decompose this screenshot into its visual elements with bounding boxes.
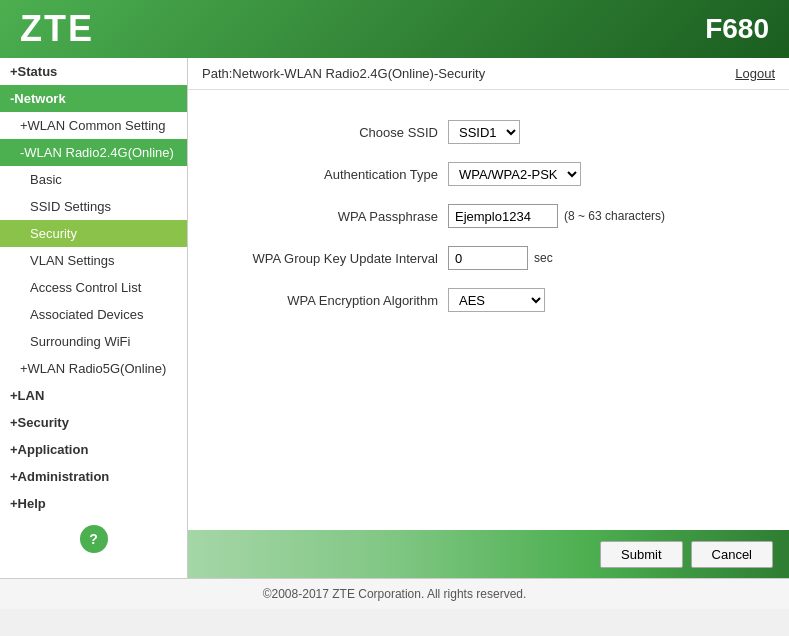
copyright-text: ©2008-2017 ZTE Corporation. All rights r… [263, 587, 527, 601]
sidebar-item-access-control[interactable]: Access Control List [0, 274, 187, 301]
passphrase-input[interactable] [448, 204, 558, 228]
help-button[interactable]: ? [80, 525, 108, 553]
choose-ssid-control: SSID1 SSID2 SSID3 SSID4 [448, 120, 520, 144]
choose-ssid-row: Choose SSID SSID1 SSID2 SSID3 SSID4 [208, 120, 769, 144]
main-content: Path:Network-WLAN Radio2.4G(Online)-Secu… [188, 58, 789, 578]
choose-ssid-select[interactable]: SSID1 SSID2 SSID3 SSID4 [448, 120, 520, 144]
auth-type-control: WPA/WPA2-PSK WPA-PSK WPA2-PSK Open WEP [448, 162, 581, 186]
passphrase-row: WPA Passphrase (8 ~ 63 characters) [208, 204, 769, 228]
encryption-label: WPA Encryption Algorithm [208, 293, 448, 308]
logout-link[interactable]: Logout [735, 66, 775, 81]
sidebar-item-vlan-settings[interactable]: VLAN Settings [0, 247, 187, 274]
main-layout: +Status -Network +WLAN Common Setting -W… [0, 58, 789, 578]
auth-type-row: Authentication Type WPA/WPA2-PSK WPA-PSK… [208, 162, 769, 186]
form-area: Choose SSID SSID1 SSID2 SSID3 SSID4 Auth… [188, 90, 789, 530]
passphrase-control: (8 ~ 63 characters) [448, 204, 665, 228]
sidebar-item-associated-devices[interactable]: Associated Devices [0, 301, 187, 328]
header: ZTE F680 [0, 0, 789, 58]
sidebar-item-help[interactable]: +Help [0, 490, 187, 517]
encryption-select[interactable]: AES TKIP TKIP+AES [448, 288, 545, 312]
breadcrumb-bar: Path:Network-WLAN Radio2.4G(Online)-Secu… [188, 58, 789, 90]
sidebar-item-network[interactable]: -Network [0, 85, 187, 112]
encryption-row: WPA Encryption Algorithm AES TKIP TKIP+A… [208, 288, 769, 312]
encryption-control: AES TKIP TKIP+AES [448, 288, 545, 312]
group-key-row: WPA Group Key Update Interval sec [208, 246, 769, 270]
sidebar-item-security-top[interactable]: +Security [0, 409, 187, 436]
copyright-bar: ©2008-2017 ZTE Corporation. All rights r… [0, 578, 789, 609]
sidebar-item-surrounding-wifi[interactable]: Surrounding WiFi [0, 328, 187, 355]
sidebar-item-basic[interactable]: Basic [0, 166, 187, 193]
cancel-button[interactable]: Cancel [691, 541, 773, 568]
sidebar-item-application[interactable]: +Application [0, 436, 187, 463]
group-key-label: WPA Group Key Update Interval [208, 251, 448, 266]
sidebar-item-wlan-radio[interactable]: -WLAN Radio2.4G(Online) [0, 139, 187, 166]
auth-type-label: Authentication Type [208, 167, 448, 182]
sidebar-item-status[interactable]: +Status [0, 58, 187, 85]
breadcrumb: Path:Network-WLAN Radio2.4G(Online)-Secu… [202, 66, 485, 81]
group-key-input[interactable] [448, 246, 528, 270]
model: F680 [705, 13, 769, 45]
sidebar-item-wlan-radio5g[interactable]: +WLAN Radio5G(Online) [0, 355, 187, 382]
sidebar-item-lan[interactable]: +LAN [0, 382, 187, 409]
sidebar-item-security[interactable]: Security [0, 220, 187, 247]
logo: ZTE [20, 8, 94, 50]
sidebar-item-wlan-common[interactable]: +WLAN Common Setting [0, 112, 187, 139]
group-key-control: sec [448, 246, 553, 270]
choose-ssid-label: Choose SSID [208, 125, 448, 140]
submit-button[interactable]: Submit [600, 541, 682, 568]
passphrase-hint: (8 ~ 63 characters) [564, 209, 665, 223]
passphrase-label: WPA Passphrase [208, 209, 448, 224]
sidebar-item-ssid-settings[interactable]: SSID Settings [0, 193, 187, 220]
sidebar-item-administration[interactable]: +Administration [0, 463, 187, 490]
footer-bar: Submit Cancel [188, 530, 789, 578]
sidebar: +Status -Network +WLAN Common Setting -W… [0, 58, 188, 578]
auth-type-select[interactable]: WPA/WPA2-PSK WPA-PSK WPA2-PSK Open WEP [448, 162, 581, 186]
group-key-unit: sec [534, 251, 553, 265]
